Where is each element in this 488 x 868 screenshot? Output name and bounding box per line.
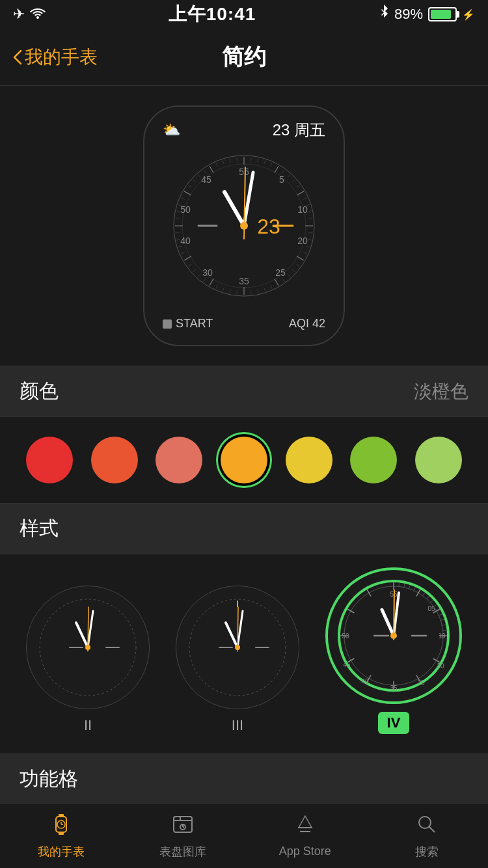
tab-my-watch-label: 我的手表 (38, 844, 85, 860)
svg-line-15 (258, 158, 258, 162)
svg-line-30 (297, 264, 300, 267)
wifi-icon (30, 6, 46, 23)
svg-line-112 (422, 593, 425, 597)
style-item-IV[interactable]: 55 05 10 20 25 35 40 45 50 (325, 567, 462, 734)
svg-line-106 (347, 609, 354, 613)
weather-icon: ⛅ (163, 122, 180, 139)
svg-line-49 (176, 232, 180, 233)
svg-line-29 (303, 252, 306, 254)
svg-line-53 (181, 198, 184, 199)
svg-line-59 (223, 160, 224, 164)
svg-line-82 (88, 607, 88, 651)
svg-line-113 (426, 596, 429, 599)
style-item-III[interactable]: III (176, 586, 299, 734)
svg-line-17 (271, 163, 272, 166)
color-picker (0, 417, 488, 503)
svg-line-42 (204, 278, 206, 282)
color-yellow-green[interactable] (350, 437, 397, 483)
svg-text:25: 25 (275, 267, 286, 278)
svg-line-6 (297, 256, 303, 260)
svg-line-28 (306, 246, 310, 247)
svg-line-37 (251, 290, 251, 294)
style-preview-IV: 55 05 10 20 25 35 40 45 50 (325, 567, 462, 704)
svg-line-31 (292, 269, 295, 272)
tab-app-store[interactable]: App Store (244, 813, 366, 858)
style-label-IV: IV (378, 712, 410, 734)
color-red[interactable] (26, 437, 73, 483)
watch-start: START (163, 317, 213, 331)
tab-search-label: 搜索 (415, 844, 439, 860)
svg-line-20 (292, 180, 295, 182)
tab-bar: 我的手表 表盘图库 App Store (0, 803, 488, 868)
tab-face-gallery-label: 表盘图库 (159, 844, 206, 860)
svg-line-3 (275, 166, 278, 172)
color-light-green[interactable] (415, 437, 462, 483)
bottom-teaser: 功能格 (0, 753, 488, 804)
tab-my-watch[interactable]: 我的手表 (0, 813, 122, 860)
svg-line-40 (223, 288, 224, 292)
svg-line-43 (198, 274, 200, 277)
svg-text:40: 40 (180, 236, 191, 246)
svg-line-16 (264, 160, 265, 164)
style-section: II III (0, 554, 488, 753)
nav-bar: 我的手表 简约 (0, 29, 488, 86)
svg-line-7 (275, 278, 278, 285)
svg-line-39 (230, 290, 230, 293)
tab-search[interactable]: 搜索 (366, 813, 489, 860)
svg-line-60 (230, 158, 230, 162)
style-section-header: 样式 (0, 503, 488, 554)
color-section-header: 颜色 淡橙色 (0, 366, 488, 417)
style-label-II: II (84, 717, 92, 734)
svg-point-134 (390, 632, 397, 639)
svg-text:20: 20 (437, 662, 444, 670)
back-button[interactable]: 我的手表 (13, 45, 98, 70)
color-orange-red[interactable] (91, 437, 138, 483)
svg-line-14 (251, 157, 251, 161)
svg-line-25 (308, 219, 312, 219)
svg-text:23: 23 (257, 215, 280, 238)
svg-point-78 (240, 222, 248, 230)
color-selected-value: 淡橙色 (414, 379, 468, 404)
svg-line-34 (271, 285, 272, 288)
svg-text:50: 50 (342, 632, 349, 640)
svg-line-13 (210, 166, 213, 172)
color-orange[interactable] (221, 437, 267, 483)
svg-text:5: 5 (279, 174, 284, 185)
app-store-icon (293, 813, 317, 842)
svg-line-22 (303, 198, 306, 199)
svg-line-24 (308, 211, 312, 212)
style-item-II[interactable]: II (26, 586, 150, 734)
svg-line-32 (288, 274, 290, 277)
watch-top-info: ⛅ 23 周五 (144, 120, 344, 141)
svg-line-80 (76, 623, 88, 647)
airplane-icon: ✈ (13, 6, 25, 23)
color-yellow[interactable] (286, 437, 332, 483)
svg-text:50: 50 (180, 204, 191, 215)
svg-text:35: 35 (390, 685, 398, 692)
svg-text:25: 25 (417, 679, 425, 686)
svg-line-19 (288, 174, 290, 177)
svg-text:45: 45 (201, 174, 211, 185)
svg-rect-140 (59, 832, 64, 835)
svg-line-47 (178, 246, 182, 247)
svg-text:45: 45 (343, 661, 351, 668)
svg-line-36 (258, 290, 258, 293)
watch-face: ⛅ 23 周五 (143, 105, 345, 346)
back-label: 我的手表 (25, 45, 98, 70)
style-label-III: III (232, 717, 243, 734)
watch-preview-section: ⛅ 23 周五 (0, 86, 488, 366)
bottom-teaser-title: 功能格 (20, 768, 78, 789)
svg-line-50 (176, 219, 180, 219)
svg-point-93 (235, 645, 240, 650)
svg-line-90 (237, 607, 238, 651)
tab-face-gallery[interactable]: 表盘图库 (122, 813, 245, 860)
status-bar: ✈ 上午10:41 89% ⚡ (0, 0, 488, 29)
svg-line-33 (282, 278, 285, 282)
svg-line-97 (416, 590, 420, 596)
svg-line-61 (237, 157, 237, 161)
svg-line-150 (429, 826, 435, 832)
svg-text:40: 40 (361, 678, 369, 685)
color-salmon[interactable] (156, 437, 202, 483)
svg-text:10: 10 (438, 632, 446, 640)
svg-point-85 (85, 645, 90, 650)
